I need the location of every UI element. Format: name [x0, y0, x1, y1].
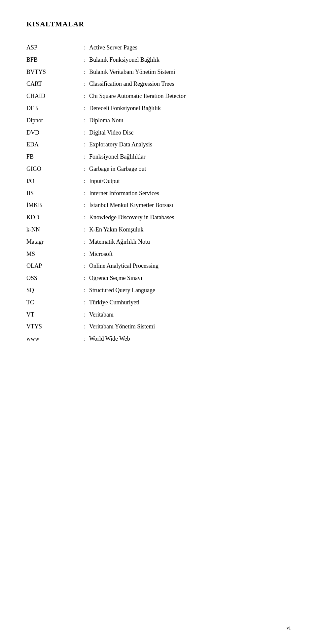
abbr-colon: : [79, 187, 89, 199]
table-row: BVTYS:Bulanık Veritabanı Yönetim Sistemi [26, 66, 291, 78]
abbr-key: CART [26, 78, 79, 90]
abbr-value: Türkiye Cumhuriyeti [89, 296, 291, 309]
abbr-value: Veritabanı [89, 309, 291, 321]
abbr-key: MS [26, 248, 79, 260]
table-row: SQL:Structured Query Language [26, 284, 291, 296]
abbr-colon: : [79, 151, 89, 163]
abbr-key: VTYS [26, 321, 79, 333]
abbr-colon: : [79, 248, 89, 260]
table-row: DVD:Digital Video Disc [26, 127, 291, 139]
abbr-colon: : [79, 284, 89, 296]
table-row: ASP:Active Server Pages [26, 42, 291, 54]
abbr-key: OLAP [26, 260, 79, 272]
table-row: CART:Classification and Regression Trees [26, 78, 291, 90]
abbr-value: Digital Video Disc [89, 127, 291, 139]
page-footer: vi [287, 625, 291, 631]
abbreviations-table: ASP:Active Server PagesBFB:Bulanık Fonks… [26, 42, 291, 345]
abbr-value: Classification and Regression Trees [89, 78, 291, 90]
abbr-colon: : [79, 224, 89, 236]
abbr-value: Knowledge Discovery in Databases [89, 211, 291, 224]
table-row: www:World Wide Web [26, 333, 291, 345]
table-row: k-NN:K-En Yakın Komşuluk [26, 224, 291, 236]
abbr-key: DFB [26, 102, 79, 114]
table-row: TC:Türkiye Cumhuriyeti [26, 296, 291, 309]
abbr-colon: : [79, 211, 89, 224]
table-row: OLAP:Online Analytical Processing [26, 260, 291, 272]
table-row: IIS:Internet Information Services [26, 187, 291, 199]
abbr-value: Online Analytical Processing [89, 260, 291, 272]
abbr-value: Chi Square Automatic Iteration Detector [89, 90, 291, 102]
table-row: VTYS:Veritabanı Yönetim Sistemi [26, 321, 291, 333]
abbr-colon: : [79, 78, 89, 90]
table-row: İMKB:İstanbul Menkul Kıymetler Borsası [26, 199, 291, 211]
abbr-colon: : [79, 90, 89, 102]
table-row: I/O:Input/Output [26, 175, 291, 187]
abbr-key: İMKB [26, 199, 79, 211]
abbr-key: FB [26, 151, 79, 163]
abbr-key: BVTYS [26, 66, 79, 78]
table-row: DFB:Dereceli Fonksiyonel Bağlılık [26, 102, 291, 114]
page-title: KISALTMALAR [26, 20, 291, 28]
abbr-key: EDA [26, 138, 79, 151]
abbr-colon: : [79, 333, 89, 345]
abbr-colon: : [79, 321, 89, 333]
table-row: KDD:Knowledge Discovery in Databases [26, 211, 291, 224]
abbr-colon: : [79, 127, 89, 139]
abbr-value: Bulanık Fonksiyonel Bağlılık [89, 54, 291, 66]
abbr-value: Structured Query Language [89, 284, 291, 296]
abbr-colon: : [79, 138, 89, 151]
abbr-value: Active Server Pages [89, 42, 291, 54]
abbr-value: Bulanık Veritabanı Yönetim Sistemi [89, 66, 291, 78]
table-row: Matagr:Matematik Ağırlıklı Notu [26, 236, 291, 248]
abbr-colon: : [79, 296, 89, 309]
abbr-key: Dipnot [26, 114, 79, 127]
table-row: VT:Veritabanı [26, 309, 291, 321]
abbr-key: www [26, 333, 79, 345]
abbr-colon: : [79, 66, 89, 78]
abbr-value: World Wide Web [89, 333, 291, 345]
table-row: BFB:Bulanık Fonksiyonel Bağlılık [26, 54, 291, 66]
abbr-colon: : [79, 114, 89, 127]
abbr-colon: : [79, 163, 89, 175]
abbr-key: ASP [26, 42, 79, 54]
abbr-value: İstanbul Menkul Kıymetler Borsası [89, 199, 291, 211]
abbr-colon: : [79, 54, 89, 66]
abbr-value: Input/Output [89, 175, 291, 187]
abbr-key: DVD [26, 127, 79, 139]
abbr-colon: : [79, 236, 89, 248]
abbr-value: Matematik Ağırlıklı Notu [89, 236, 291, 248]
table-row: FB:Fonksiyonel Bağlılıklar [26, 151, 291, 163]
abbr-key: IIS [26, 187, 79, 199]
table-row: GIGO:Garbage in Garbage out [26, 163, 291, 175]
abbr-key: CHAID [26, 90, 79, 102]
abbr-key: I/O [26, 175, 79, 187]
abbr-key: VT [26, 309, 79, 321]
table-row: ÖSS:Öğrenci Seçme Sınavı [26, 272, 291, 284]
abbr-value: Öğrenci Seçme Sınavı [89, 272, 291, 284]
abbr-colon: : [79, 102, 89, 114]
abbr-colon: : [79, 42, 89, 54]
abbr-key: KDD [26, 211, 79, 224]
abbr-key: ÖSS [26, 272, 79, 284]
abbr-value: K-En Yakın Komşuluk [89, 224, 291, 236]
abbr-key: k-NN [26, 224, 79, 236]
abbr-value: Veritabanı Yönetim Sistemi [89, 321, 291, 333]
abbr-colon: : [79, 272, 89, 284]
abbr-key: GIGO [26, 163, 79, 175]
abbr-key: TC [26, 296, 79, 309]
abbr-colon: : [79, 260, 89, 272]
abbr-key: Matagr [26, 236, 79, 248]
abbr-value: Diploma Notu [89, 114, 291, 127]
table-row: EDA:Exploratory Data Analysis [26, 138, 291, 151]
abbr-key: BFB [26, 54, 79, 66]
abbr-colon: : [79, 199, 89, 211]
abbr-value: Dereceli Fonksiyonel Bağlılık [89, 102, 291, 114]
abbr-value: Internet Information Services [89, 187, 291, 199]
table-row: CHAID:Chi Square Automatic Iteration Det… [26, 90, 291, 102]
abbr-colon: : [79, 309, 89, 321]
abbr-key: SQL [26, 284, 79, 296]
abbr-value: Fonksiyonel Bağlılıklar [89, 151, 291, 163]
abbr-colon: : [79, 175, 89, 187]
table-row: MS:Microsoft [26, 248, 291, 260]
table-row: Dipnot:Diploma Notu [26, 114, 291, 127]
